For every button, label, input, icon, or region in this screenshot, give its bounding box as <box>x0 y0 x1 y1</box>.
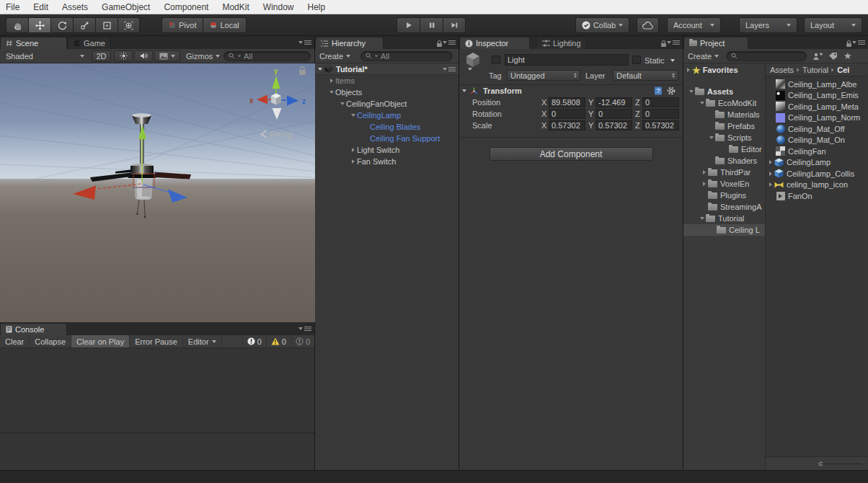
scene-row-menu[interactable] <box>443 66 456 72</box>
project-search-input[interactable] <box>726 51 807 61</box>
layers-button[interactable]: Layers <box>739 17 797 33</box>
project-tree-materials[interactable]: Materials <box>683 109 765 120</box>
project-tree-ecomodkit[interactable]: EcoModKit <box>683 97 765 109</box>
hierarchy-item-light-switch[interactable]: Light Switch <box>315 144 459 156</box>
project-tree-ceiling-lamp[interactable]: Ceiling L <box>683 224 765 236</box>
console-warning-filter[interactable]: 0 <box>266 335 291 347</box>
tab-game[interactable]: Game <box>68 37 111 49</box>
pause-button[interactable] <box>420 17 443 33</box>
tab-hierarchy[interactable]: Hierarchy <box>315 37 384 49</box>
hierarchy-panel-menu[interactable] <box>443 40 456 45</box>
asset-ceilingfan-controller[interactable]: CeilingFan <box>766 146 867 157</box>
asset-ceilinglamp-model[interactable]: CeilingLamp <box>766 157 867 169</box>
help-icon[interactable]: ? <box>654 87 663 95</box>
asset-fanon-animation[interactable]: FanOn <box>766 190 867 202</box>
position-x-field[interactable]: 89.5808 <box>549 97 585 107</box>
scale-tool-button[interactable] <box>73 17 95 33</box>
menu-file[interactable]: File <box>6 2 19 12</box>
scene-search-input[interactable]: All <box>223 51 311 61</box>
scene-audio-toggle[interactable] <box>134 50 153 62</box>
project-create-button[interactable]: Create <box>683 52 723 61</box>
project-panel-menu[interactable] <box>852 40 865 45</box>
static-dropdown[interactable] <box>670 59 675 62</box>
scene-effects-toggle[interactable] <box>154 50 180 62</box>
scale-y-field[interactable]: 0.57302 <box>595 120 632 130</box>
rotate-tool-button[interactable] <box>50 17 73 33</box>
tab-lighting[interactable]: Lighting <box>536 37 587 49</box>
hierarchy-item-ceilinglamp[interactable]: CeilingLamp <box>315 110 459 121</box>
active-checkbox[interactable] <box>492 56 500 64</box>
add-component-button[interactable]: Add Component <box>490 147 653 161</box>
menu-assets[interactable]: Assets <box>62 2 88 12</box>
console-editor-dropdown[interactable]: Editor <box>183 335 222 347</box>
menu-gameobject[interactable]: GameObject <box>102 2 150 12</box>
hierarchy-item-ceiling-blades[interactable]: Ceiling Blades <box>315 121 459 133</box>
inspector-lock-icon[interactable] <box>660 40 667 48</box>
move-tool-button[interactable] <box>28 17 50 33</box>
project-tree-voxelengine[interactable]: VoxelEn <box>683 178 765 190</box>
inspector-panel-menu[interactable] <box>667 40 680 45</box>
position-z-field[interactable]: 0 <box>642 97 679 107</box>
scale-z-field[interactable]: 0.57302 <box>642 120 679 130</box>
project-tree-thirdparty[interactable]: ThirdPar <box>683 167 765 178</box>
pivot-toggle-button[interactable]: Pivot <box>161 17 203 33</box>
asset-ceiling-mat-off[interactable]: Ceiling_Mat_Off <box>766 123 867 135</box>
search-by-type-icon[interactable] <box>812 52 823 61</box>
tab-project[interactable]: Project <box>683 37 748 49</box>
rect-tool-button[interactable] <box>95 17 118 33</box>
menu-component[interactable]: Component <box>164 2 208 12</box>
gizmos-dropdown[interactable]: Gizmos <box>186 52 220 61</box>
transform-header[interactable]: Transform ? <box>459 85 683 97</box>
cloud-button[interactable] <box>637 17 659 33</box>
hierarchy-item-objects[interactable]: Objects <box>315 87 459 98</box>
layout-button[interactable]: Layout <box>804 17 862 33</box>
position-y-field[interactable]: -12.469 <box>595 97 632 107</box>
console-collapse-button[interactable]: Collapse <box>30 335 71 347</box>
menu-modkit[interactable]: ModKit <box>222 2 249 12</box>
static-checkbox[interactable] <box>632 56 641 64</box>
play-button[interactable] <box>397 17 420 33</box>
asset-ceilinglamp-collision-model[interactable]: CeilingLamp_Collis <box>766 168 867 180</box>
console-clear-on-play-button[interactable]: Clear on Play <box>71 335 130 347</box>
scene-panel-menu[interactable] <box>298 40 311 45</box>
search-by-label-icon[interactable] <box>828 52 838 61</box>
breadcrumb-assets[interactable]: Assets <box>770 66 794 74</box>
scale-x-field[interactable]: 0.57302 <box>549 120 585 130</box>
2d-toggle[interactable]: 2D <box>92 50 111 62</box>
project-tree-editor[interactable]: Editor <box>683 143 765 155</box>
hierarchy-item-ceilingfanobject[interactable]: CeilingFanObject <box>315 98 459 110</box>
project-tree-scripts[interactable]: Scripts <box>683 132 765 143</box>
console-clear-button[interactable]: Clear <box>0 335 30 347</box>
favorites-star-icon[interactable]: ★ <box>843 51 852 61</box>
asset-ceiling-lamp-normal[interactable]: Ceiling_Lamp_Norm <box>766 112 867 124</box>
scene-viewport[interactable]: y x z Persp <box>0 63 314 322</box>
asset-ceiling-lamp-albedo[interactable]: Ceiling_Lamp_Albe <box>766 79 867 90</box>
console-info-filter[interactable]: 0 <box>291 335 314 347</box>
shading-mode-dropdown[interactable]: Shaded <box>0 52 90 61</box>
project-tree-plugins[interactable]: Plugins <box>683 190 765 201</box>
rotation-x-field[interactable]: 0 <box>549 109 585 119</box>
project-tree-assets[interactable]: Assets <box>683 86 765 97</box>
project-tree-prefabs[interactable]: Prefabs <box>683 120 765 132</box>
console-panel-menu[interactable] <box>298 326 311 332</box>
project-lock-icon[interactable] <box>846 40 852 48</box>
layer-dropdown[interactable]: Default <box>613 70 678 81</box>
tab-scene[interactable]: Scene <box>0 37 67 49</box>
asset-ceiling-lamp-metallic[interactable]: Ceiling_Lamp_Meta <box>766 101 867 112</box>
console-log-list[interactable] <box>0 348 314 433</box>
hand-tool-button[interactable] <box>6 17 28 33</box>
gear-icon[interactable] <box>667 87 676 95</box>
collab-button[interactable]: Collab <box>575 17 629 33</box>
rotation-z-field[interactable]: 0 <box>642 109 679 119</box>
hierarchy-item-fan-switch[interactable]: Fan Switch <box>315 156 459 167</box>
tab-inspector[interactable]: Inspector <box>459 37 530 49</box>
hierarchy-search-input[interactable]: All <box>360 51 453 61</box>
project-favorites[interactable]: ★ Favorites <box>683 64 765 76</box>
account-button[interactable]: Account <box>667 17 721 33</box>
scene-lighting-toggle[interactable] <box>114 50 133 62</box>
asset-ceiling-lamp-icon-sprite[interactable]: celing_lamp_icon <box>766 180 867 191</box>
hierarchy-item-items[interactable]: Items <box>315 75 459 87</box>
tab-console[interactable]: Console <box>0 323 67 335</box>
hierarchy-item-ceiling-fan-support[interactable]: Ceiling Fan Support <box>315 133 459 144</box>
console-error-filter[interactable]: 0 <box>242 335 266 347</box>
